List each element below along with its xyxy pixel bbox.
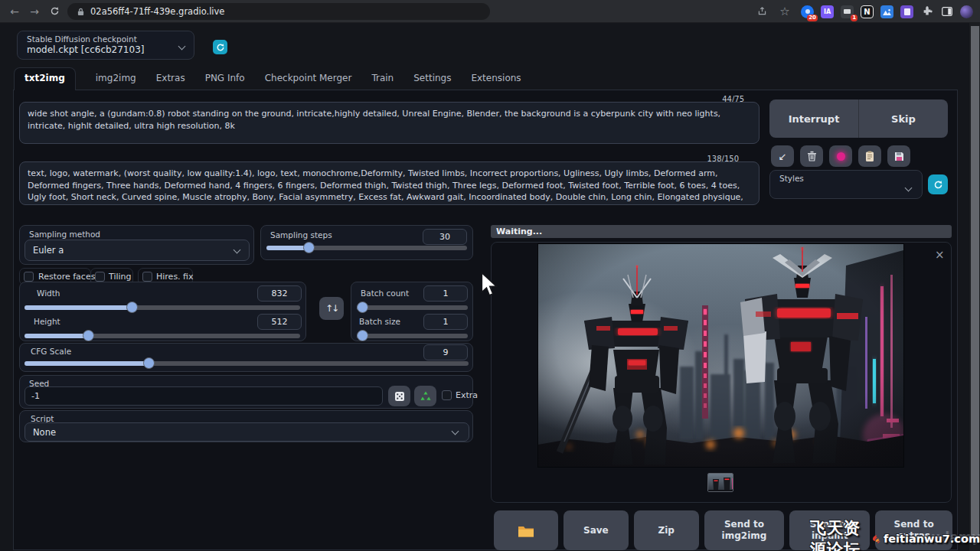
tab-img2img[interactable]: img2img: [96, 73, 136, 90]
sampling-steps-group: Sampling steps 30: [260, 225, 473, 260]
page-scrollbar-thumb[interactable]: [971, 26, 979, 543]
checkpoint-group: Stable Diffusion checkpoint model.ckpt […: [17, 31, 194, 60]
reuse-seed-button[interactable]: [414, 386, 436, 406]
tab-extras[interactable]: Extras: [156, 73, 185, 90]
zip-button[interactable]: Zip: [634, 510, 699, 550]
cfg-scale-slider[interactable]: [24, 361, 469, 366]
script-group: Script None: [19, 410, 473, 442]
slider-thumb[interactable]: [303, 242, 315, 253]
checkpoint-chevron-icon[interactable]: [178, 43, 186, 51]
script-dropdown[interactable]: None: [24, 422, 469, 442]
batch-count-input[interactable]: 1: [423, 285, 468, 302]
slider-thumb[interactable]: [357, 302, 368, 313]
tab-extensions[interactable]: Extensions: [471, 73, 521, 90]
slider-thumb[interactable]: [143, 357, 155, 369]
sampling-steps-label: Sampling steps: [270, 230, 332, 240]
prompt-textarea[interactable]: wide shot angle, a (gundam:0.8) robot st…: [19, 102, 760, 144]
share-button[interactable]: [753, 3, 770, 20]
negative-prompt-textarea[interactable]: text, logo, watermark, (worst quality, l…: [19, 161, 760, 205]
extensions-puzzle-button[interactable]: [920, 5, 933, 18]
profile-avatar[interactable]: [960, 5, 973, 18]
thumbnail-image: [708, 474, 733, 492]
extension-pin-icon[interactable]: 20: [801, 5, 814, 18]
restore-faces-label: Restore faces: [38, 272, 95, 282]
trash-icon: [807, 151, 817, 161]
checkpoint-refresh-button[interactable]: [213, 40, 227, 54]
watermark: 飞天资源论坛 feitianwu7.com: [810, 517, 980, 551]
clear-prompt-button[interactable]: [800, 145, 823, 167]
extension-badge-1: 1: [851, 15, 858, 21]
close-gallery-button[interactable]: ×: [935, 248, 945, 262]
batch-count-label: Batch count: [361, 289, 409, 298]
extension-ia-icon[interactable]: IA: [821, 5, 834, 18]
seed-extra-checkbox[interactable]: [442, 390, 452, 400]
lock-icon: [77, 8, 84, 16]
progress-bar: Waiting...: [491, 225, 952, 238]
extra-networks-button[interactable]: [829, 145, 852, 167]
slider-thumb[interactable]: [357, 330, 368, 341]
puzzle-icon: [922, 6, 933, 17]
width-input[interactable]: 832: [257, 285, 302, 302]
restore-faces-checkbox[interactable]: [24, 272, 34, 282]
sampling-method-group: Sampling method Euler a: [19, 225, 254, 265]
browser-back-button[interactable]: ←: [6, 3, 23, 20]
slider-fill: [24, 361, 149, 366]
browser-reload-button[interactable]: [46, 3, 63, 20]
seed-input[interactable]: -1: [24, 386, 383, 406]
sampling-steps-slider[interactable]: [266, 246, 467, 250]
sampling-method-dropdown[interactable]: Euler a: [24, 240, 250, 261]
swap-dimensions-button[interactable]: ↑↓: [319, 297, 344, 320]
batch-count-slider[interactable]: [357, 305, 468, 310]
dimensions-group: Width 832 Height 512: [19, 282, 306, 341]
extension-notion-icon[interactable]: N: [861, 5, 874, 18]
side-panel-button[interactable]: [940, 5, 953, 18]
styles-refresh-button[interactable]: [928, 174, 948, 194]
sampling-steps-input[interactable]: 30: [423, 229, 467, 245]
paste-params-button[interactable]: ↙: [771, 145, 794, 167]
tab-train[interactable]: Train: [371, 73, 394, 90]
tab-txt2img[interactable]: txt2img: [14, 67, 76, 90]
open-folder-button[interactable]: [494, 510, 558, 550]
height-slider[interactable]: [24, 334, 300, 338]
random-seed-button[interactable]: [388, 386, 410, 406]
sampling-method-chevron-icon: [234, 246, 241, 254]
cfg-scale-group: CFG Scale 9: [19, 343, 473, 372]
styles-chevron-icon[interactable]: [905, 184, 913, 192]
tiling-checkbox[interactable]: [95, 272, 105, 282]
note-page: [904, 8, 910, 15]
browser-toolbar: ← → 02a56ff4-71ff-439e.gradio.live ☆ 20 …: [0, 0, 980, 23]
browser-forward-button[interactable]: →: [26, 3, 43, 20]
batch-size-slider[interactable]: [357, 334, 468, 338]
generated-image[interactable]: [538, 244, 903, 467]
save-button[interactable]: Save: [564, 510, 629, 550]
interrupt-button[interactable]: Interrupt: [769, 113, 858, 125]
tab-checkpoint-merger[interactable]: Checkpoint Merger: [265, 73, 352, 90]
width-slider[interactable]: [24, 305, 300, 310]
tab-settings[interactable]: Settings: [413, 73, 451, 90]
extra-networks-icon: [837, 152, 845, 161]
batch-size-label: Batch size: [359, 317, 400, 326]
watermark-site-text: feitianwu7.com: [884, 533, 980, 545]
bookmark-star-button[interactable]: ☆: [776, 3, 793, 20]
apply-style-button[interactable]: [858, 145, 881, 167]
checkpoint-value[interactable]: model.ckpt [cc6cb27103]: [27, 44, 144, 55]
mouse-cursor: [480, 272, 498, 300]
cfg-scale-label: CFG Scale: [31, 347, 71, 356]
batch-size-input[interactable]: 1: [423, 314, 468, 330]
gallery-thumbnail[interactable]: [707, 473, 733, 492]
extension-camera-icon[interactable]: 1: [841, 5, 854, 18]
height-input[interactable]: 512: [257, 314, 302, 330]
slider-thumb[interactable]: [83, 330, 94, 341]
tab-png-info[interactable]: PNG Info: [205, 73, 245, 90]
save-style-button[interactable]: [887, 145, 910, 167]
slider-thumb[interactable]: [126, 302, 138, 313]
extension-image-icon[interactable]: [880, 5, 893, 18]
skip-button[interactable]: Skip: [859, 113, 948, 125]
recycle-icon: [420, 391, 431, 401]
extension-onenote-icon[interactable]: [900, 5, 913, 18]
watermark-phoenix-icon: [871, 530, 882, 547]
hires-fix-checkbox[interactable]: [142, 272, 152, 282]
url-bar[interactable]: 02a56ff4-71ff-439e.gradio.live: [67, 3, 490, 20]
send-to-img2img-button[interactable]: Send to img2img: [704, 510, 785, 550]
cfg-scale-input[interactable]: 9: [423, 344, 468, 360]
